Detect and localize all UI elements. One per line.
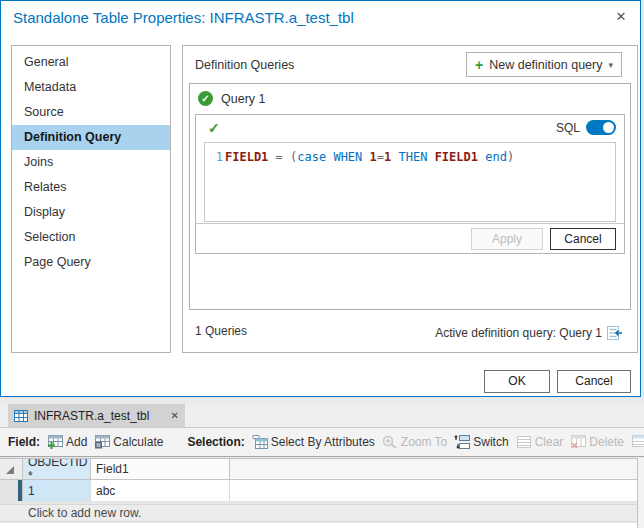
plus-icon: + bbox=[475, 57, 483, 73]
sidebar-item-metadata[interactable]: Metadata bbox=[12, 75, 170, 100]
switch-selection-icon bbox=[454, 435, 470, 449]
new-definition-query-label: New definition query bbox=[489, 58, 602, 72]
line-number: 1 bbox=[209, 150, 223, 164]
tab-close-icon[interactable]: ✕ bbox=[171, 410, 179, 421]
delete-selection-icon bbox=[570, 435, 586, 449]
column-header-field1[interactable]: Field1 bbox=[91, 459, 230, 479]
delete-selection-button: Delete bbox=[570, 435, 624, 449]
row-selector[interactable] bbox=[0, 480, 23, 501]
chevron-down-icon: ▾ bbox=[608, 60, 613, 70]
sidebar-item-source[interactable]: Source bbox=[12, 100, 170, 125]
selection-group-label: Selection: bbox=[187, 435, 244, 449]
sql-expression-editor[interactable]: 1FIELD1 = (case WHEN 1=1 THEN FIELD1 end… bbox=[204, 142, 616, 222]
apply-button[interactable]: Apply bbox=[471, 228, 543, 250]
code-token: case bbox=[297, 150, 326, 164]
query-cancel-button[interactable]: Cancel bbox=[550, 228, 616, 250]
sidebar-item-selection[interactable]: Selection bbox=[12, 225, 170, 250]
sql-toggle-group: SQL bbox=[556, 120, 616, 135]
close-icon[interactable]: ✕ bbox=[612, 8, 630, 26]
select-all-corner[interactable] bbox=[0, 459, 23, 479]
queries-count: 1 Queries bbox=[195, 324, 247, 338]
sidebar-item-relates[interactable]: Relates bbox=[12, 175, 170, 200]
dialog-title: Standalone Table Properties: INFRASTR.a_… bbox=[13, 9, 354, 26]
code-token: = bbox=[377, 150, 384, 164]
calculate-field-icon bbox=[94, 435, 110, 449]
active-query-label: Active definition query: Query 1 bbox=[435, 326, 602, 340]
sql-label: SQL bbox=[556, 121, 580, 135]
code-token bbox=[427, 150, 434, 164]
row-selector-icon bbox=[6, 466, 14, 474]
current-row-marker bbox=[18, 480, 22, 501]
clear-selection-button: Clear bbox=[516, 435, 564, 449]
calculate-field-label: Calculate bbox=[113, 435, 163, 449]
select-by-attributes-icon bbox=[252, 435, 268, 449]
field-group-label: Field: bbox=[8, 435, 40, 449]
sidebar-item-general[interactable]: General bbox=[12, 50, 170, 75]
tab-infrastr-a-test-tbl[interactable]: INFRASTR.a_test_tbl ✕ bbox=[8, 404, 185, 427]
code-token: = bbox=[268, 150, 290, 164]
overflow-toolbar-button bbox=[631, 435, 644, 449]
delete-selection-label: Delete bbox=[589, 435, 624, 449]
table-toolbar: Field: Add Calculate Selection: bbox=[0, 427, 644, 457]
attribute-table: OBJECTID * Field1 1 abc bbox=[0, 458, 637, 502]
panel-title: Definition Queries bbox=[195, 58, 294, 72]
select-by-attributes-button[interactable]: Select By Attributes bbox=[252, 435, 375, 449]
calculate-field-button[interactable]: Calculate bbox=[94, 435, 163, 449]
zoom-to-label: Zoom To bbox=[401, 435, 447, 449]
code-token bbox=[362, 150, 369, 164]
table-tab-bar: INFRASTR.a_test_tbl ✕ bbox=[0, 404, 644, 427]
add-field-label: Add bbox=[66, 435, 87, 449]
zoom-to-icon bbox=[382, 435, 398, 449]
table-properties-dialog: Standalone Table Properties: INFRASTR.a_… bbox=[0, 0, 641, 397]
expression-valid-icon: ✓ bbox=[208, 120, 220, 136]
zoom-to-button: Zoom To bbox=[382, 435, 447, 449]
clear-selection-icon bbox=[516, 435, 532, 449]
code-token: end bbox=[485, 150, 507, 164]
column-header-objectid[interactable]: OBJECTID * bbox=[23, 459, 91, 479]
header-filler bbox=[230, 459, 637, 479]
table-icon bbox=[14, 410, 28, 422]
row-filler bbox=[230, 480, 637, 501]
select-by-attributes-label: Select By Attributes bbox=[271, 435, 375, 449]
cell-objectid[interactable]: 1 bbox=[23, 480, 91, 501]
code-token: ) bbox=[507, 150, 514, 164]
table-icon bbox=[631, 435, 644, 449]
sidebar-item-display[interactable]: Display bbox=[12, 200, 170, 225]
sql-toggle[interactable] bbox=[586, 120, 616, 135]
new-definition-query-button[interactable]: + New definition query ▾ bbox=[466, 52, 622, 77]
table-row: 1 abc bbox=[0, 480, 637, 502]
clear-selection-label: Clear bbox=[535, 435, 564, 449]
add-field-button[interactable]: Add bbox=[47, 435, 87, 449]
switch-selection-label: Switch bbox=[473, 435, 508, 449]
table-empty-area bbox=[0, 523, 637, 528]
valid-query-icon: ✓ bbox=[198, 91, 213, 106]
add-field-icon bbox=[47, 435, 63, 449]
sidebar-item-joins[interactable]: Joins bbox=[12, 150, 170, 175]
query-card-header[interactable]: ✓ Query 1 bbox=[190, 84, 630, 113]
manage-queries-icon[interactable] bbox=[607, 326, 623, 340]
code-token: FIELD1 bbox=[435, 150, 478, 164]
add-new-row[interactable]: Click to add new row. bbox=[0, 504, 637, 522]
code-token bbox=[391, 150, 398, 164]
code-token: 1 bbox=[370, 150, 377, 164]
active-query-status: Active definition query: Query 1 bbox=[435, 326, 623, 340]
query-card: ✓ Query 1 ✓ SQL 1FIELD1 = (case WHEN 1=1… bbox=[189, 83, 631, 310]
properties-sidebar: General Metadata Source Definition Query… bbox=[11, 45, 171, 353]
vertical-scrollbar[interactable] bbox=[637, 458, 644, 528]
sidebar-item-definition-query[interactable]: Definition Query bbox=[12, 125, 170, 150]
tab-label: INFRASTR.a_test_tbl bbox=[34, 409, 165, 423]
code-token: THEN bbox=[399, 150, 428, 164]
switch-selection-button[interactable]: Switch bbox=[454, 435, 508, 449]
code-token: WHEN bbox=[333, 150, 362, 164]
cell-field1[interactable]: abc bbox=[91, 480, 230, 501]
table-header-row: OBJECTID * Field1 bbox=[0, 458, 637, 480]
query-edit-panel: ✓ SQL 1FIELD1 = (case WHEN 1=1 THEN FIEL… bbox=[195, 114, 625, 254]
sidebar-item-page-query[interactable]: Page Query bbox=[12, 250, 170, 275]
definition-queries-panel: Definition Queries + New definition quer… bbox=[182, 45, 638, 353]
ok-button[interactable]: OK bbox=[484, 370, 550, 393]
code-token: FIELD1 bbox=[225, 150, 268, 164]
cancel-button[interactable]: Cancel bbox=[557, 370, 631, 393]
query-name: Query 1 bbox=[221, 92, 265, 106]
query-edit-footer: Apply Cancel bbox=[196, 223, 624, 253]
